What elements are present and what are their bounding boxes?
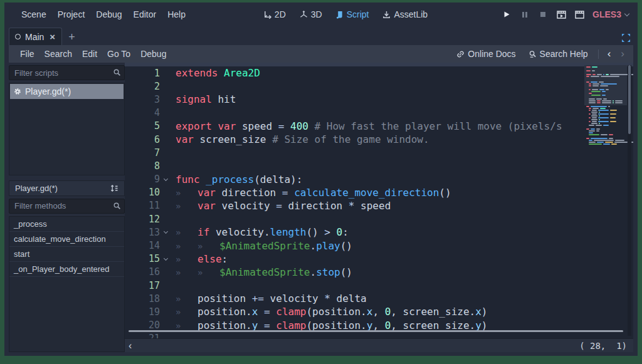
minimap-segment bbox=[592, 113, 597, 115]
code-line: 3signal hit bbox=[125, 93, 633, 106]
minimap-segment bbox=[596, 130, 599, 132]
minimap-segment bbox=[589, 130, 595, 132]
code-line-text: »else: bbox=[172, 253, 633, 265]
script-menu-file[interactable]: File bbox=[15, 47, 39, 61]
script-menu-search[interactable]: Search bbox=[39, 47, 77, 61]
axes-3d-icon bbox=[300, 11, 308, 19]
method-item[interactable]: _on_Player_body_entered bbox=[9, 262, 124, 277]
minimap-segment bbox=[589, 98, 595, 100]
fold-arrow-icon[interactable] bbox=[160, 231, 172, 233]
scene-tab-main[interactable]: Main × bbox=[9, 28, 62, 45]
minimap-row bbox=[586, 123, 625, 124]
code-line: 21 bbox=[125, 332, 633, 338]
close-tab-icon[interactable]: × bbox=[50, 32, 55, 41]
minimap-row bbox=[586, 89, 625, 90]
play-scene-button[interactable] bbox=[554, 8, 568, 21]
online-docs-button[interactable]: Online Docs bbox=[451, 47, 520, 61]
code-token: ) bbox=[482, 320, 488, 331]
tab-3d-label: 3D bbox=[311, 9, 322, 19]
minimap-segment bbox=[598, 110, 609, 111]
tab-3d[interactable]: 3D bbox=[294, 7, 328, 22]
minimap-segment bbox=[586, 74, 591, 75]
minimap-segment bbox=[599, 89, 604, 90]
script-menu-go-to[interactable]: Go To bbox=[102, 47, 135, 61]
minimap-segment bbox=[613, 100, 614, 101]
tab-indent-marker: » bbox=[197, 241, 219, 251]
collapse-panel-arrow[interactable]: ‹ bbox=[129, 341, 132, 351]
filter-scripts-input[interactable] bbox=[9, 65, 125, 80]
menu-debug[interactable]: Debug bbox=[90, 7, 127, 22]
tab-script[interactable]: Script bbox=[330, 7, 375, 22]
horizontal-scrollbar-thumb[interactable] bbox=[129, 330, 623, 332]
history-back-button[interactable]: ‹ bbox=[604, 48, 615, 60]
renderer-selector[interactable]: GLES3 bbox=[592, 9, 629, 19]
search-help-button[interactable]: Search Help bbox=[524, 47, 593, 61]
vertical-scrollbar-thumb[interactable] bbox=[628, 65, 631, 134]
code-token: (position. bbox=[306, 320, 366, 331]
code-line: 19»position.x = clamp(position.x, 0, scr… bbox=[125, 305, 633, 318]
script-menu-edit[interactable]: Edit bbox=[77, 47, 102, 61]
menu-project[interactable]: Project bbox=[52, 7, 91, 22]
script-menu-debug[interactable]: Debug bbox=[135, 47, 171, 61]
minimap-segment bbox=[589, 142, 596, 143]
minimap-row bbox=[586, 134, 625, 135]
minimap-row bbox=[586, 95, 625, 96]
minimap-segment bbox=[606, 74, 609, 75]
menu-help[interactable]: Help bbox=[162, 7, 191, 22]
online-docs-label: Online Docs bbox=[468, 49, 515, 59]
menu-editor[interactable]: Editor bbox=[128, 7, 162, 22]
filter-methods-box bbox=[9, 199, 125, 214]
tab-indent-marker: » bbox=[176, 294, 197, 304]
chevron-down-icon bbox=[164, 256, 168, 261]
code-token: += bbox=[252, 293, 270, 304]
play-button[interactable] bbox=[500, 8, 513, 21]
code-token: : bbox=[342, 226, 349, 238]
history-forward-button[interactable]: › bbox=[617, 48, 628, 60]
method-item[interactable]: calculate_move_direction bbox=[9, 232, 124, 247]
line-number: 3 bbox=[125, 94, 160, 105]
filter-methods-input[interactable] bbox=[9, 199, 125, 214]
menu-scene[interactable]: Scene bbox=[16, 7, 52, 22]
code-token: y bbox=[367, 320, 373, 331]
minimap-segment bbox=[596, 128, 600, 130]
minimap-segment bbox=[609, 138, 613, 139]
minimap-segment bbox=[598, 121, 609, 122]
minimap[interactable] bbox=[586, 66, 625, 147]
minimap-segment bbox=[591, 91, 601, 92]
line-number: 14 bbox=[125, 240, 160, 251]
play-custom-scene-button[interactable] bbox=[572, 8, 586, 21]
code-line: 7 bbox=[125, 146, 633, 159]
code-token: export bbox=[176, 120, 218, 132]
tab-indent-marker: » bbox=[176, 254, 197, 264]
stop-button[interactable] bbox=[536, 8, 550, 21]
pause-button[interactable] bbox=[518, 8, 532, 21]
minimap-row bbox=[586, 83, 625, 85]
method-item[interactable]: _process bbox=[9, 217, 124, 232]
minimap-row bbox=[586, 138, 625, 139]
code-editor[interactable]: 1extends Area2D23signal hit45export var … bbox=[125, 63, 633, 338]
minimap-segment bbox=[586, 128, 589, 130]
minimap-segment bbox=[592, 121, 597, 122]
minimap-segment bbox=[605, 142, 613, 143]
code-token: 0 bbox=[385, 320, 391, 331]
minimap-segment bbox=[591, 138, 608, 139]
tab-assetlib[interactable]: AssetLib bbox=[377, 7, 433, 22]
code-line-text: var screen_size # Size of the game windo… bbox=[172, 133, 633, 145]
minimap-row bbox=[586, 96, 625, 98]
sort-methods-button[interactable] bbox=[107, 183, 122, 194]
minimap-segment bbox=[589, 113, 591, 115]
fold-arrow-icon[interactable] bbox=[160, 258, 172, 260]
code-token: x bbox=[475, 306, 482, 318]
distraction-free-button[interactable] bbox=[619, 33, 633, 43]
fold-arrow-icon[interactable] bbox=[160, 179, 172, 180]
code-token: > bbox=[324, 226, 336, 238]
tab-2d[interactable]: 2D bbox=[258, 7, 292, 22]
add-scene-tab-button[interactable]: + bbox=[62, 31, 82, 45]
minimap-segment bbox=[589, 132, 593, 133]
code-line: 1extends Area2D bbox=[125, 66, 633, 80]
code-token: * bbox=[324, 293, 336, 304]
script-list-item[interactable]: Player.gd(*) bbox=[10, 84, 124, 99]
script-name: Player.gd(*) bbox=[25, 86, 71, 96]
top-menu-bar: SceneProjectDebugEditorHelp 2D 3D Script bbox=[4, 3, 638, 26]
method-item[interactable]: start bbox=[9, 247, 124, 262]
